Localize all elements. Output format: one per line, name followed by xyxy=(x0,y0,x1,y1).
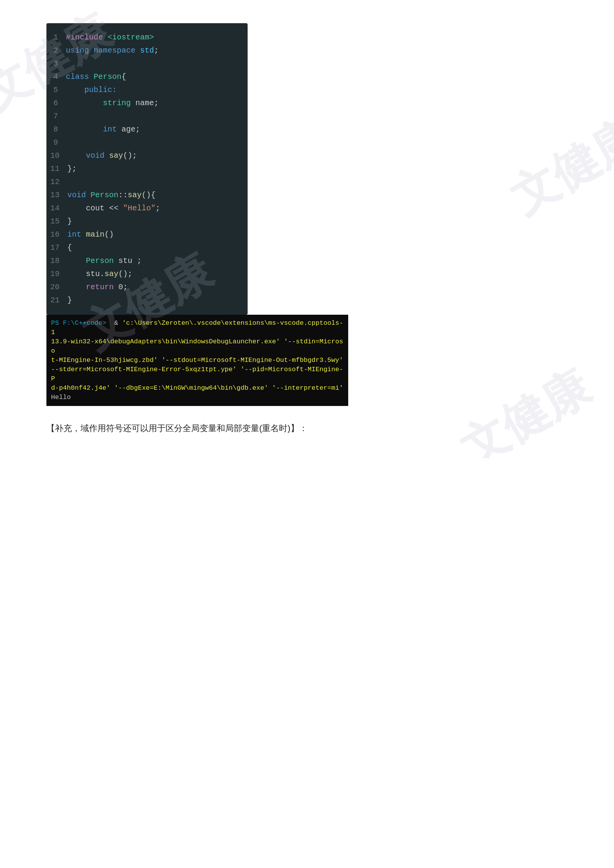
line-num-7: 7 xyxy=(46,111,66,122)
line-content-10: void say(); xyxy=(67,150,248,162)
token: say xyxy=(128,191,142,200)
page-container: 文健康 文健康 文健康 文健康 文健康 1 #include <iostream… xyxy=(0,0,614,458)
line-content-2: using namespace std; xyxy=(66,45,248,56)
line-content-20: return 0; xyxy=(67,281,248,293)
terminal-line-1: PS F:\C++code> & 'c:\Users\Zeroten\.vsco… xyxy=(51,319,344,337)
terminal-line-5: d-p4h0nf42.j4e' '--dbgExe=E:\MinGW\mingw… xyxy=(51,384,344,393)
code-line-5: 5 public: xyxy=(46,84,248,97)
token: () xyxy=(104,230,114,239)
line-content-15: } xyxy=(67,216,248,227)
code-line-11: 11 }; xyxy=(46,162,248,176)
line-num-6: 6 xyxy=(46,97,66,109)
line-num-14: 14 xyxy=(46,203,67,214)
line-num-4: 4 xyxy=(46,71,66,83)
code-editor: 1 #include <iostream> 2 using namespace … xyxy=(46,23,248,315)
line-num-5: 5 xyxy=(46,84,66,96)
token: public: xyxy=(66,85,117,94)
token: say xyxy=(104,269,118,278)
token: int xyxy=(67,230,86,239)
code-line-17: 17 { xyxy=(46,241,248,254)
token xyxy=(66,99,103,107)
line-content-8: int age; xyxy=(66,124,248,135)
token: age; xyxy=(121,125,140,134)
token: Person xyxy=(86,256,118,265)
terminal-line-6: Hello xyxy=(51,393,344,402)
token: name; xyxy=(135,99,159,107)
code-line-19: 19 stu.say(); xyxy=(46,268,248,281)
token: #include xyxy=(66,33,108,42)
line-num-10: 10 xyxy=(46,150,67,162)
token: <iostream> xyxy=(108,33,154,42)
token: cout << xyxy=(67,204,123,213)
token: std xyxy=(140,46,154,55)
code-line-8: 8 int age; xyxy=(46,123,248,136)
token: stu. xyxy=(67,269,104,278)
code-line-9: 9 xyxy=(46,136,248,149)
token xyxy=(66,125,103,134)
line-content-5: public: xyxy=(66,84,248,96)
watermark-text-2: 文健康 xyxy=(499,105,614,229)
code-line-4: 4 class Person{ xyxy=(46,70,248,84)
line-content-13: void Person::say(){ xyxy=(67,189,248,201)
token xyxy=(67,151,86,160)
token: stu ; xyxy=(118,256,142,265)
token: { xyxy=(121,72,126,81)
token: namespace xyxy=(94,46,140,55)
line-content-21: } xyxy=(67,295,248,306)
line-num-17: 17 xyxy=(46,242,67,254)
line-num-8: 8 xyxy=(46,124,66,135)
line-num-9: 9 xyxy=(46,137,66,148)
code-line-20: 20 return 0; xyxy=(46,281,248,294)
code-line-7: 7 xyxy=(46,110,248,123)
line-num-20: 20 xyxy=(46,281,67,293)
line-content-19: stu.say(); xyxy=(67,268,248,280)
token: say xyxy=(109,151,123,160)
code-line-1: 1 #include <iostream> xyxy=(46,31,248,44)
terminal-line-4: --stderr=Microsoft-MIEngine-Error-5xqz1t… xyxy=(51,365,344,384)
line-num-15: 15 xyxy=(46,216,67,227)
line-num-18: 18 xyxy=(46,255,67,267)
token: ; xyxy=(156,204,160,213)
line-content-14: cout << "Hello"; xyxy=(67,203,248,214)
token: void xyxy=(67,191,91,200)
token: (){ xyxy=(142,191,156,200)
line-num-21: 21 xyxy=(46,295,67,306)
code-line-10: 10 void say(); xyxy=(46,149,248,162)
code-line-2: 2 using namespace std; xyxy=(46,44,248,57)
token: int xyxy=(103,125,121,134)
token xyxy=(67,256,86,265)
terminal-line-3: t-MIEngine-In-53hjiwcg.zbd' '--stdout=Mi… xyxy=(51,356,344,365)
code-line-18: 18 Person stu ; xyxy=(46,254,248,268)
line-num-13: 13 xyxy=(46,189,67,201)
token: Person xyxy=(94,72,121,81)
code-line-14: 14 cout << "Hello"; xyxy=(46,202,248,215)
token: class xyxy=(66,72,94,81)
token: string xyxy=(103,99,135,107)
token: 0; xyxy=(118,283,128,292)
line-num-3: 3 xyxy=(46,58,66,70)
token: ; xyxy=(154,46,159,55)
terminal-line-2: 13.9-win32-x64\debugAdapters\bin\Windows… xyxy=(51,337,344,356)
line-content-17: { xyxy=(67,242,248,254)
token: (); xyxy=(118,269,132,278)
token: :: xyxy=(118,191,128,200)
code-line-12: 12 xyxy=(46,176,248,189)
line-content-18: Person stu ; xyxy=(67,255,248,267)
code-line-6: 6 string name; xyxy=(46,97,248,110)
token: using xyxy=(66,46,94,55)
line-content-11: }; xyxy=(67,163,248,175)
token: "Hello" xyxy=(123,204,156,213)
watermark-text-4: 文健康 xyxy=(449,356,601,458)
token: { xyxy=(67,243,72,252)
token: return xyxy=(86,283,118,292)
code-line-3: 3 xyxy=(46,57,248,70)
line-content-16: int main() xyxy=(67,229,248,240)
line-num-1: 1 xyxy=(46,32,66,43)
line-num-19: 19 xyxy=(46,268,67,280)
code-line-16: 16 int main() xyxy=(46,228,248,241)
token xyxy=(67,283,86,292)
line-content-1: #include <iostream> xyxy=(66,32,248,43)
line-num-11: 11 xyxy=(46,163,67,175)
terminal: PS F:\C++code> & 'c:\Users\Zeroten\.vsco… xyxy=(46,315,348,406)
token: main xyxy=(86,230,104,239)
